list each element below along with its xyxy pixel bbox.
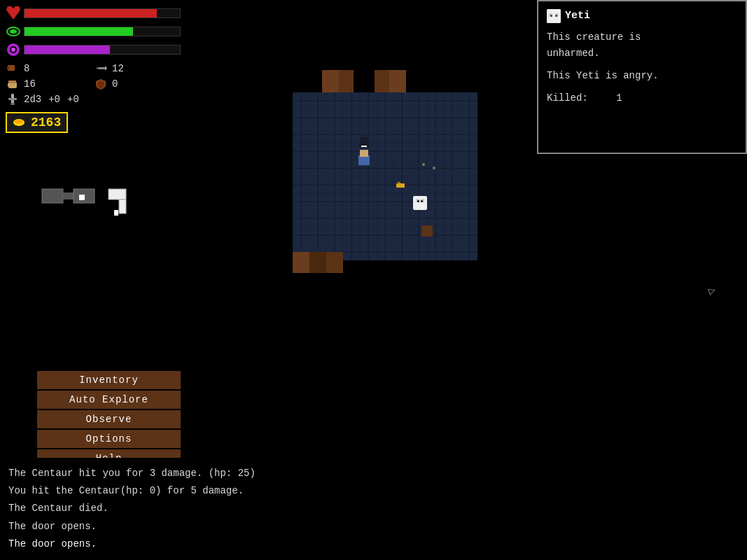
svg-rect-13 (8, 83, 10, 87)
svg-rect-24 (119, 200, 126, 214)
msg-4: The door opens. (8, 536, 739, 553)
gold-value: 2163 (31, 115, 61, 130)
svg-rect-22 (79, 195, 85, 200)
creature-name: Yeti (565, 7, 590, 25)
creature-status-1: This creature is (547, 29, 737, 46)
creature-icon (547, 9, 561, 23)
svg-rect-85 (555, 15, 557, 17)
xp-bar-row (6, 42, 181, 57)
ammo-icon (6, 62, 20, 76)
svg-rect-33 (339, 70, 356, 92)
creature-status-2: unharmed. (547, 46, 737, 62)
weapon-icon (6, 92, 20, 106)
hp-bar-fill (25, 9, 157, 18)
weapon-b2: +0 (67, 94, 79, 105)
hud-panel: 8 12 16 (6, 6, 181, 133)
svg-rect-84 (550, 15, 552, 17)
svg-rect-66 (360, 150, 368, 157)
svg-rect-16 (11, 103, 15, 105)
svg-rect-32 (322, 70, 339, 92)
shield-value: 0 (112, 78, 118, 90)
svg-rect-25 (114, 210, 118, 216)
svg-rect-12 (8, 80, 16, 83)
svg-rect-80 (354, 70, 375, 92)
weapon-dice: 2d3 (24, 94, 41, 105)
msg-3: The door opens. (8, 518, 739, 536)
message-log: The Centaur hit you for 3 damage. (hp: 2… (0, 458, 747, 560)
hp-icon (6, 6, 21, 21)
dungeon-view (217, 0, 518, 322)
mp-bar-fill (25, 27, 133, 36)
svg-rect-65 (358, 155, 370, 165)
arrows-stat: 12 (94, 62, 181, 76)
weapon-b1: +0 (48, 94, 60, 105)
inventory-button[interactable]: Inventory (37, 371, 181, 389)
svg-point-78 (422, 163, 425, 166)
svg-rect-64 (326, 252, 343, 273)
svg-rect-72 (413, 196, 427, 210)
weapon-stat: 2d3 +0 +0 (6, 92, 181, 106)
mp-bar-row (6, 24, 181, 39)
gold-row: 2163 (6, 112, 68, 133)
svg-rect-58 (477, 92, 498, 260)
msg-2: The Centaur died. (8, 500, 739, 517)
svg-point-18 (15, 120, 23, 124)
shield-stat: 0 (94, 77, 181, 91)
hp-bar-row (6, 6, 181, 21)
svg-rect-35 (372, 70, 389, 92)
observe-button[interactable]: Observe (37, 410, 181, 428)
svg-rect-76 (421, 200, 423, 202)
gold-icon (13, 118, 25, 127)
mp-icon (6, 24, 21, 39)
game-area (217, 0, 518, 322)
ammo-value: 8 (24, 63, 29, 74)
svg-marker-0 (6, 6, 20, 20)
auto-explore-button[interactable]: Auto Explore (37, 391, 181, 409)
svg-rect-10 (97, 67, 99, 69)
killed-label: Killed: (547, 92, 588, 104)
fists-value: 16 (24, 78, 36, 90)
svg-rect-63 (309, 252, 326, 273)
fists-stat: 16 (6, 77, 92, 91)
svg-point-5 (11, 48, 15, 52)
svg-rect-23 (109, 189, 126, 200)
svg-rect-20 (63, 192, 74, 200)
svg-rect-69 (361, 146, 367, 147)
msg-1: You hit the Centaur(hp: 0) for 5 damage. (8, 482, 739, 500)
killed-row: Killed: 1 (547, 90, 737, 107)
info-panel: Yeti This creature is unharmed. This Yet… (537, 0, 747, 154)
xp-icon (6, 42, 21, 57)
svg-rect-71 (398, 182, 400, 184)
msg-0: The Centaur hit you for 3 damage. (hp: 2… (8, 465, 739, 482)
xp-bar-fill (25, 46, 110, 54)
svg-point-79 (433, 167, 435, 169)
fist-icon (6, 77, 20, 91)
hp-bar-bg (24, 8, 181, 18)
svg-point-2 (10, 29, 17, 34)
svg-rect-62 (293, 252, 309, 273)
creature-mood: This Yeti is angry. (547, 68, 737, 85)
creature-header: Yeti (547, 7, 737, 25)
svg-rect-7 (7, 66, 10, 69)
xp-bar-bg (24, 45, 181, 55)
minimap (39, 168, 151, 224)
stats-grid: 8 12 16 (6, 62, 181, 106)
killed-count: 1 (616, 92, 622, 104)
arrows-icon (94, 62, 108, 76)
svg-rect-75 (417, 200, 419, 202)
svg-rect-15 (8, 98, 17, 100)
svg-rect-68 (361, 137, 368, 146)
shield-icon (94, 77, 108, 91)
mp-bar-bg (24, 27, 181, 36)
arrows-value: 12 (112, 63, 124, 74)
ammo-stat: 8 (6, 62, 92, 76)
cursor-indicator: ▷ (706, 283, 718, 298)
svg-marker-9 (105, 66, 107, 71)
menu-buttons: Inventory Auto Explore Observe Options H… (37, 371, 181, 468)
options-button[interactable]: Options (37, 430, 181, 448)
svg-rect-19 (42, 189, 63, 203)
svg-rect-36 (389, 70, 406, 92)
svg-rect-60 (276, 92, 293, 260)
svg-rect-77 (421, 225, 433, 237)
